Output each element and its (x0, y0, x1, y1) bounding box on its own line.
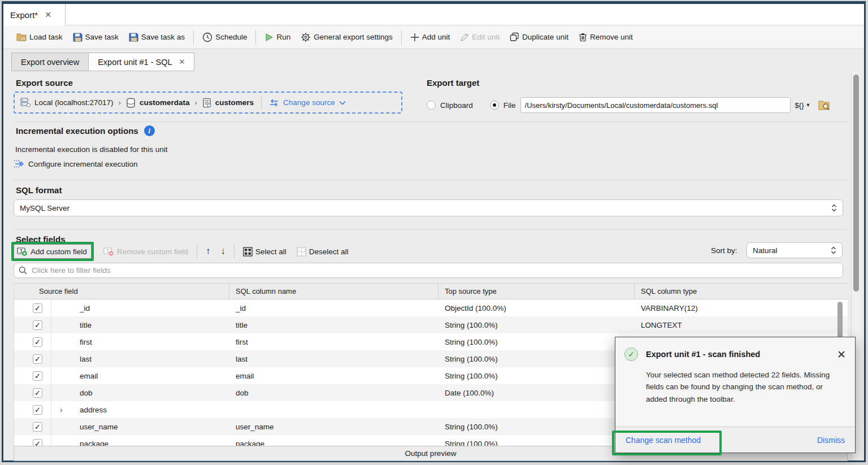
change-source-link[interactable]: Change source (283, 98, 335, 107)
chevron-down-icon[interactable] (339, 101, 346, 105)
select-stepper-icon (831, 203, 837, 212)
chevron-right-icon: › (118, 98, 122, 107)
move-up-button[interactable]: ↑ (201, 246, 216, 257)
row-checkbox[interactable]: ✓ (33, 303, 42, 313)
top-source-type-cell: Date (100.0%) (439, 384, 635, 401)
remove-custom-field-label: Remove custom field (117, 247, 188, 256)
source-field-cell: first (80, 338, 92, 346)
pencil-icon (460, 33, 469, 42)
close-icon[interactable]: ✕ (179, 58, 185, 66)
row-checkbox[interactable]: ✓ (33, 320, 42, 330)
toolbar-separator (255, 30, 256, 45)
tab-export-overview[interactable]: Export overview (11, 53, 89, 71)
general-export-settings-label: General export settings (314, 33, 393, 41)
incremental-title-row: Incremental execution options i (16, 125, 155, 136)
clipboard-radio[interactable] (427, 101, 436, 110)
change-source-icon (269, 99, 279, 107)
run-button[interactable]: Run (259, 33, 296, 42)
sort-by-select[interactable]: Natural (747, 242, 843, 258)
filter-fields-input[interactable]: Click here to filter fields (14, 263, 843, 278)
load-task-button[interactable]: Load task (11, 33, 68, 42)
file-radio-label: File (504, 101, 516, 110)
tab-export-unit-1[interactable]: Export unit #1 - SQL ✕ (89, 53, 194, 71)
tab-export-unit-1-label: Export unit #1 - SQL (98, 58, 172, 67)
source-field-cell: user_name (80, 423, 118, 431)
row-checkbox[interactable]: ✓ (33, 388, 42, 398)
select-all-button[interactable]: Select all (238, 247, 292, 257)
add-unit-button[interactable]: Add unit (405, 33, 455, 42)
info-icon[interactable]: i (144, 125, 155, 136)
toolbar-separator (193, 30, 194, 45)
dismiss-link[interactable]: Dismiss (817, 436, 845, 445)
separator (261, 97, 262, 109)
add-custom-field-button[interactable]: Add custom field (14, 244, 92, 259)
source-field-cell: email (80, 372, 98, 380)
chevron-right-icon: › (193, 98, 198, 107)
clipboard-radio-label: Clipboard (440, 101, 473, 110)
floppy-disk-icon (129, 33, 138, 42)
row-checkbox[interactable]: ✓ (33, 337, 42, 347)
sort-by-value: Natural (753, 246, 778, 255)
source-field-cell: title (80, 321, 92, 329)
remove-unit-button[interactable]: Remove unit (574, 32, 638, 42)
file-radio[interactable] (490, 101, 499, 110)
export-source-breadcrumb[interactable]: Local (localhost:27017) › customerdata ›… (14, 92, 402, 114)
document-tab-export[interactable]: Export* ✕ (3, 4, 66, 25)
table-row[interactable]: ✓_id_idObjectId (100.0%)VARBINARY(12) (14, 299, 848, 316)
top-source-type-cell: String (100.0%) (439, 367, 635, 384)
browse-file-icon[interactable] (818, 100, 831, 111)
annotation-highlight-box: Add custom field (11, 242, 94, 261)
tab-export-overview-label: Export overview (21, 58, 79, 67)
panel-scrollbar-thumb[interactable] (853, 75, 859, 292)
notification-body: Your selected scan method detected 22 fi… (615, 364, 848, 405)
add-unit-label: Add unit (422, 33, 450, 41)
table-row[interactable]: ✓titletitleString (100.0%)LONGTEXT (14, 316, 848, 333)
close-icon[interactable]: ✕ (45, 10, 51, 19)
select-all-icon (243, 247, 253, 257)
sql-column-name-cell (229, 401, 439, 418)
save-task-button[interactable]: Save task (68, 33, 124, 42)
duplicate-unit-button[interactable]: Duplicate unit (505, 32, 574, 42)
close-icon[interactable]: ✕ (837, 348, 846, 361)
remove-custom-field-button[interactable]: Remove custom field (98, 247, 193, 257)
schedule-label: Schedule (215, 33, 247, 41)
select-stepper-icon (831, 246, 836, 255)
sql-column-type-cell: LONGTEXT (635, 316, 848, 333)
edit-unit-button[interactable]: Edit unit (455, 33, 505, 42)
sql-column-name-cell: last (229, 350, 439, 367)
row-checkbox[interactable]: ✓ (33, 422, 42, 432)
expand-chevron-icon[interactable]: › (60, 406, 80, 414)
row-checkbox[interactable]: ✓ (33, 371, 42, 381)
section-divider (14, 229, 848, 230)
sql-column-name-cell: title (229, 316, 439, 333)
row-checkbox[interactable]: ✓ (33, 439, 42, 447)
row-checkbox[interactable]: ✓ (33, 405, 42, 415)
section-divider (14, 121, 848, 122)
row-checkbox[interactable]: ✓ (33, 354, 42, 364)
save-task-as-button[interactable]: Save task as (124, 33, 190, 42)
header-source-field[interactable]: Source field (14, 284, 229, 299)
sql-format-select[interactable]: MySQL Server (14, 199, 843, 216)
load-task-label: Load task (29, 33, 63, 41)
gear-icon (301, 32, 311, 42)
duplicate-icon (510, 32, 519, 42)
move-down-button[interactable]: ↓ (215, 246, 231, 257)
clock-icon (202, 32, 212, 42)
filter-fields-placeholder: Click here to filter fields (32, 266, 111, 275)
file-path-input[interactable]: /Users/kirsty/Documents/Local/customerda… (520, 97, 791, 113)
configure-incremental-link[interactable]: Configure incremental execution (14, 159, 138, 168)
deselect-all-button[interactable]: Deselect all (292, 247, 354, 257)
general-export-settings-button[interactable]: General export settings (296, 32, 398, 42)
incremental-title: Incremental execution options (16, 126, 138, 136)
insert-variable-button[interactable]: ${} ▼ (795, 101, 811, 110)
trash-icon (579, 32, 587, 42)
schedule-button[interactable]: Schedule (197, 32, 252, 42)
header-top-source-type[interactable]: Top source type (439, 284, 635, 299)
top-source-type-cell: String (100.0%) (439, 333, 635, 350)
breadcrumb-database: customerdata (140, 98, 190, 107)
header-sql-column-name[interactable]: SQL column name (229, 284, 439, 299)
header-sql-column-type[interactable]: SQL column type (635, 284, 848, 299)
export-unit-panel: Export source Local (localhost:27017) › … (3, 71, 864, 460)
breadcrumb-collection: customers (215, 98, 254, 107)
sql-column-name-cell: user_name (229, 418, 439, 435)
